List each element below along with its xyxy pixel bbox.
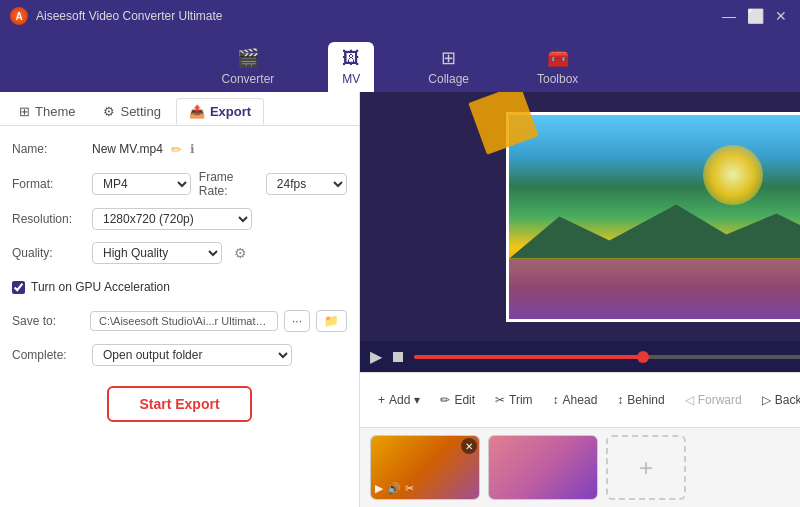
app-logo: A [10,7,28,25]
quality-label: Quality: [12,246,84,260]
main-layout: ⊞ Theme ⚙ Setting 📤 Export Name: New MV.… [0,92,800,507]
minimize-btn[interactable]: — [720,8,738,24]
progress-thumb [637,351,649,363]
gpu-row: Turn on GPU Acceleration [12,274,347,300]
name-value: New MV.mp4 [92,142,163,156]
format-select[interactable]: MP4 MKV AVI [92,173,191,195]
video-preview [360,92,800,341]
add-dropdown-icon: ▾ [414,393,420,407]
folder-btn[interactable]: 📁 [316,310,347,332]
complete-label: Complete: [12,348,84,362]
export-form: Name: New MV.mp4 ✏ ℹ Format: MP4 MKV AVI… [0,126,359,507]
titlebar: A Aiseesoft Video Converter Ultimate — ⬜… [0,0,800,32]
cut-icon: ✂ [405,482,414,495]
bottom-toolbar: + Add ▾ ✏ Edit ✂ Trim ↕ Ahead ↕ Behind ◁ [360,372,800,427]
complete-row: Complete: Open output folder Do nothing [12,342,347,368]
volume-icon-small: 🔊 [387,482,401,495]
tab-toolbox[interactable]: 🧰 Toolbox [523,41,592,92]
app-title: Aiseesoft Video Converter Ultimate [36,9,720,23]
add-btn[interactable]: + Add ▾ [370,389,428,411]
gpu-checkbox[interactable] [12,281,25,294]
backward-icon: ▷ [762,393,771,407]
browse-btn[interactable]: ··· [284,310,310,332]
complete-select[interactable]: Open output folder Do nothing [92,344,292,366]
quality-row: Quality: High Quality Medium Quality Low… [12,240,347,266]
add-icon: + [378,393,385,407]
name-row: Name: New MV.mp4 ✏ ℹ [12,136,347,162]
sub-tabs: ⊞ Theme ⚙ Setting 📤 Export [0,92,359,126]
tab-mv[interactable]: 🖼 MV [328,42,374,92]
play-btn[interactable]: ▶ [370,347,382,366]
timeline-item-1[interactable]: ✕ ▶ 🔊 ✂ [370,435,480,500]
window-controls[interactable]: — ⬜ ✕ [720,8,790,24]
theme-icon: ⊞ [19,104,30,119]
save-label: Save to: [12,314,84,328]
framerate-select[interactable]: 24fps 30fps 60fps [266,173,347,195]
forward-icon: ◁ [685,393,694,407]
ahead-btn[interactable]: ↕ Ahead [545,389,606,411]
timeline-item-2[interactable] [488,435,598,500]
backward-btn[interactable]: ▷ Backward [754,389,800,411]
toolbox-icon: 🧰 [547,47,569,69]
ahead-icon: ↕ [553,393,559,407]
export-icon: 📤 [189,104,205,119]
timeline-item-2-thumb [489,436,597,499]
converter-icon: 🎬 [237,47,259,69]
stop-btn[interactable]: ⏹ [390,348,406,366]
tab-toolbox-label: Toolbox [537,72,578,86]
subtab-theme[interactable]: ⊞ Theme [6,98,88,125]
setting-icon: ⚙ [103,104,115,119]
timeline-item-1-icons: ▶ 🔊 ✂ [375,482,414,495]
save-row: Save to: C:\Aiseesoft Studio\Ai...r Ulti… [12,308,347,334]
resolution-select[interactable]: 1280x720 (720p) 1920x1080 (1080p) [92,208,252,230]
play-icon: ▶ [375,482,383,495]
tab-converter-label: Converter [222,72,275,86]
video-frame [506,112,800,322]
quality-gear-icon[interactable]: ⚙ [234,245,247,261]
resolution-row: Resolution: 1280x720 (720p) 1920x1080 (1… [12,206,347,232]
behind-icon: ↕ [617,393,623,407]
name-edit-icon[interactable]: ✏ [171,142,182,157]
name-info-icon[interactable]: ℹ [190,142,195,156]
name-label: Name: [12,142,84,156]
forward-btn[interactable]: ◁ Forward [677,389,750,411]
maximize-btn[interactable]: ⬜ [746,8,764,24]
collage-icon: ⊞ [441,47,456,69]
tab-collage-label: Collage [428,72,469,86]
subtab-theme-label: Theme [35,104,75,119]
main-nav: 🎬 Converter 🖼 MV ⊞ Collage 🧰 Toolbox [0,32,800,92]
timeline-add-btn[interactable]: + [606,435,686,500]
tab-collage[interactable]: ⊞ Collage [414,41,483,92]
close-btn[interactable]: ✕ [772,8,790,24]
progress-bar[interactable] [414,355,800,359]
format-label: Format: [12,177,84,191]
subtab-setting-label: Setting [120,104,160,119]
progress-fill [414,355,643,359]
trim-icon: ✂ [495,393,505,407]
subtab-setting[interactable]: ⚙ Setting [90,98,173,125]
timeline: ✕ ▶ 🔊 ✂ + 1 / 2 [360,427,800,507]
edit-btn[interactable]: ✏ Edit [432,389,483,411]
save-path: C:\Aiseesoft Studio\Ai...r Ultimate\MV E… [90,311,278,331]
edit-icon: ✏ [440,393,450,407]
format-row: Format: MP4 MKV AVI Frame Rate: 24fps 30… [12,170,347,198]
subtab-export[interactable]: 📤 Export [176,98,264,125]
tab-converter[interactable]: 🎬 Converter [208,41,289,92]
trim-btn[interactable]: ✂ Trim [487,389,541,411]
tab-mv-label: MV [342,72,360,86]
timeline-item-1-close[interactable]: ✕ [461,438,477,454]
player-controls: ▶ ⏹ 00:06:33.02/00:07:25.04 🔊 [360,341,800,372]
behind-btn[interactable]: ↕ Behind [609,389,672,411]
quality-select[interactable]: High Quality Medium Quality Low Quality [92,242,222,264]
start-export-btn-left[interactable]: Start Export [107,386,251,422]
gpu-label: Turn on GPU Acceleration [31,280,170,294]
left-panel: ⊞ Theme ⚙ Setting 📤 Export Name: New MV.… [0,92,360,507]
resolution-label: Resolution: [12,212,84,226]
framerate-label: Frame Rate: [199,170,258,198]
subtab-export-label: Export [210,104,251,119]
mv-icon: 🖼 [342,48,360,69]
right-panel: ▶ ⏹ 00:06:33.02/00:07:25.04 🔊 + Add ▾ ✏ … [360,92,800,507]
